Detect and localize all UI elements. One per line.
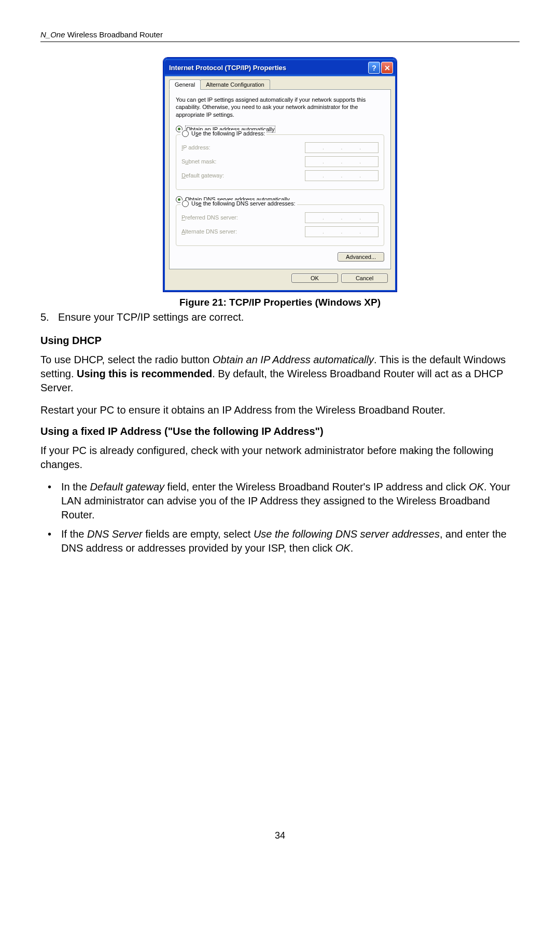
- subnet-mask-label: Subnet mask:: [181, 158, 216, 164]
- preferred-dns-label: Preferred DNS server:: [181, 214, 238, 221]
- radio-use-ip[interactable]: Use the following IP address:: [182, 130, 265, 137]
- paragraph-dhcp-2: Restart your PC to ensure it obtains an …: [40, 403, 520, 417]
- ok-button[interactable]: OK: [291, 273, 338, 283]
- list-item-step5: 5. Ensure your TCP/IP settings are corre…: [40, 311, 520, 323]
- radio-icon: [182, 200, 189, 207]
- heading-fixed-ip: Using a fixed IP Address ("Use the follo…: [40, 426, 520, 437]
- tab-alternate[interactable]: Alternate Configuration: [200, 79, 270, 89]
- alternate-dns-label: Alternate DNS server:: [181, 228, 237, 235]
- default-gateway-input[interactable]: ...: [305, 170, 379, 181]
- dialog-description: You can get IP settings assigned automat…: [176, 96, 384, 118]
- alternate-dns-input[interactable]: ...: [305, 226, 379, 237]
- tcpip-properties-dialog: Internet Protocol (TCP/IP) Properties ? …: [163, 58, 397, 292]
- dialog-tabs: General Alternate Configuration: [169, 79, 391, 90]
- subnet-mask-input[interactable]: ...: [305, 156, 379, 167]
- dialog-titlebar: Internet Protocol (TCP/IP) Properties ? …: [165, 59, 395, 76]
- header-product-name: N_One Wireless Broadband Router: [40, 30, 163, 39]
- ip-address-input[interactable]: ...: [305, 142, 379, 153]
- radio-label: Use the following DNS server addresses:: [191, 200, 296, 207]
- dialog-screenshot: Internet Protocol (TCP/IP) Properties ? …: [40, 58, 520, 292]
- default-gateway-label: Default gateway:: [181, 172, 224, 179]
- paragraph-fixed-1: If your PC is already configured, check …: [40, 444, 520, 472]
- heading-using-dhcp: Using DHCP: [40, 335, 520, 347]
- page-header: N_One Wireless Broadband Router: [40, 30, 520, 42]
- dialog-title: Internet Protocol (TCP/IP) Properties: [169, 64, 286, 72]
- bullet-list-fixed: In the Default gateway field, enter the …: [40, 480, 520, 555]
- close-icon[interactable]: ✕: [381, 62, 393, 74]
- figure-caption: Figure 21: TCP/IP Properties (Windows XP…: [40, 297, 520, 308]
- radio-label: Use the following IP address:: [191, 130, 265, 136]
- tab-general[interactable]: General: [169, 79, 201, 90]
- advanced-button[interactable]: Advanced...: [338, 252, 384, 262]
- preferred-dns-input[interactable]: ...: [305, 212, 379, 223]
- radio-use-dns[interactable]: Use the following DNS server addresses:: [182, 200, 296, 207]
- help-icon[interactable]: ?: [368, 62, 380, 74]
- ip-address-label: IP address:: [181, 144, 210, 150]
- list-item: In the Default gateway field, enter the …: [40, 480, 520, 522]
- cancel-button[interactable]: Cancel: [341, 273, 388, 283]
- radio-icon: [182, 130, 189, 137]
- paragraph-dhcp-1: To use DHCP, select the radio button Obt…: [40, 353, 520, 395]
- page-number: 34: [40, 830, 520, 841]
- list-item: If the DNS Server fields are empty, sele…: [40, 527, 520, 555]
